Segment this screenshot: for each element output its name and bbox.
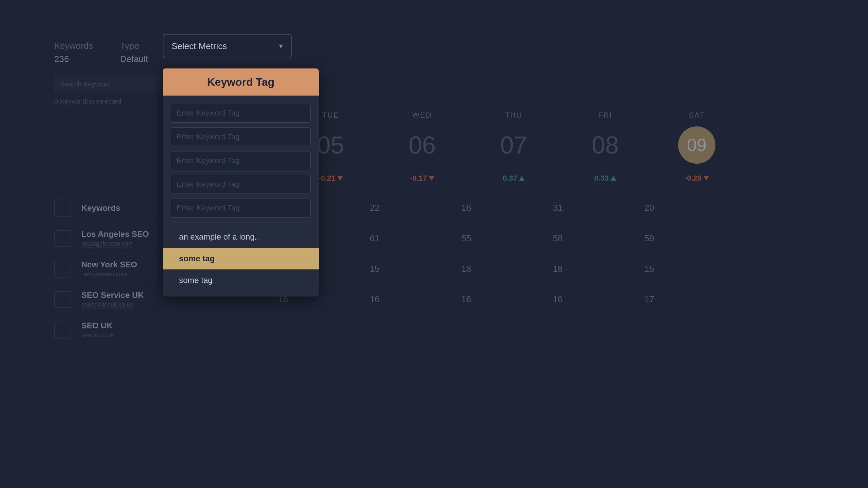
arrow-down-icon	[429, 176, 434, 181]
kw-cell-value: 16	[512, 294, 604, 305]
bg-keywords-val: 236	[54, 54, 93, 64]
kw-cell-value: 16	[329, 294, 420, 305]
kw-cell-value: 15	[329, 264, 420, 274]
keyword-checkbox[interactable]	[54, 200, 71, 217]
keyword-tag-input[interactable]	[171, 127, 311, 146]
kw-cell-value: 18	[512, 264, 604, 274]
keyword-tag-suggestion[interactable]: some tag	[171, 269, 311, 291]
divider	[171, 222, 311, 223]
delta-value: -0.28	[685, 174, 702, 183]
keyword-tag-input[interactable]	[171, 151, 311, 170]
arrow-up-icon	[519, 176, 525, 181]
cal-day-header: THU	[468, 111, 559, 120]
kw-cell-value: 20	[604, 203, 695, 213]
keyword-tag-inputs	[171, 104, 311, 218]
kw-cell-value: 55	[420, 233, 512, 244]
kw-cell-value: 31	[512, 203, 604, 213]
bg-type-val: Default	[120, 54, 148, 64]
keyword-tag-suggestions: an example of a long..some tagsome tag	[171, 226, 311, 291]
search-input[interactable]	[54, 75, 173, 94]
delta-cell: -0.17	[376, 174, 468, 183]
kw-cell-value: 17	[604, 294, 695, 305]
cal-day-header: SAT	[651, 111, 743, 120]
kw-cell-value: 16	[420, 203, 512, 213]
kw-cell-value: 61	[329, 233, 420, 244]
bg-keywords-label: Keywords	[54, 41, 93, 51]
keyword-checkbox[interactable]	[54, 291, 71, 308]
kw-cell-value: 16	[420, 294, 512, 305]
overlay-area: Select Metrics ▾ Keyword Tag an example …	[163, 34, 319, 297]
kw-cell-value: 22	[329, 203, 420, 213]
cal-day-header: FRI	[559, 111, 651, 120]
select-metrics-button[interactable]: Select Metrics ▾	[163, 34, 292, 58]
kw-cell-value: 59	[604, 233, 695, 244]
arrow-down-icon	[704, 176, 709, 181]
keyword-tag-input[interactable]	[171, 199, 311, 218]
table-row: SEO UK seouk.co.uk	[54, 315, 814, 345]
delta-cell: 0.33	[559, 174, 651, 183]
today-circle: 09	[678, 126, 715, 164]
kw-cell-value: 18	[420, 264, 512, 274]
delta-cell: 0.37	[468, 174, 559, 183]
calendar-dates-row: 0506070809	[285, 126, 814, 164]
delta-row: -0.21-0.170.370.33-0.28	[285, 174, 814, 183]
keyword-checkbox[interactable]	[54, 230, 71, 247]
keyword-tag-input[interactable]	[171, 104, 311, 123]
cal-date: 06	[376, 131, 468, 159]
keyword-checkbox[interactable]	[54, 322, 71, 339]
bg-type-label: Type	[120, 41, 148, 51]
keyword-name: SEO UK seouk.co.uk	[81, 321, 200, 339]
kw-cell-value: 58	[512, 233, 604, 244]
cal-date: 09	[651, 126, 743, 164]
keyword-tag-suggestion[interactable]: an example of a long..	[171, 226, 311, 248]
keyword-tag-suggestion[interactable]: some tag	[163, 248, 319, 269]
background-content: Keywords 236 Type Default 0 Keyword(s) s…	[0, 0, 868, 488]
keyword-tag-header: Keyword Tag	[163, 68, 319, 96]
cal-date: 08	[559, 131, 651, 159]
select-metrics-label: Select Metrics	[172, 41, 227, 52]
delta-value: -0.21	[318, 174, 335, 183]
kw-cell-value: 15	[604, 264, 695, 274]
delta-value: 0.33	[594, 174, 609, 183]
keyword-tag-title: Keyword Tag	[207, 76, 275, 88]
arrow-down-icon	[337, 176, 343, 181]
delta-cell: -0.28	[651, 174, 743, 183]
calendar-day-headers: TUEWEDTHUFRISAT	[285, 111, 814, 120]
keyword-checkbox[interactable]	[54, 261, 71, 278]
chevron-down-icon: ▾	[279, 42, 283, 50]
cal-day-header: WED	[376, 111, 468, 120]
cal-date: 07	[468, 131, 559, 159]
arrow-up-icon	[611, 176, 616, 181]
delta-value: 0.37	[503, 174, 517, 183]
keyword-tag-popup: Keyword Tag an example of a long..some t…	[163, 68, 319, 297]
keyword-tag-input[interactable]	[171, 175, 311, 194]
keyword-tag-body: an example of a long..some tagsome tag	[163, 96, 319, 297]
delta-value: -0.17	[410, 174, 427, 183]
